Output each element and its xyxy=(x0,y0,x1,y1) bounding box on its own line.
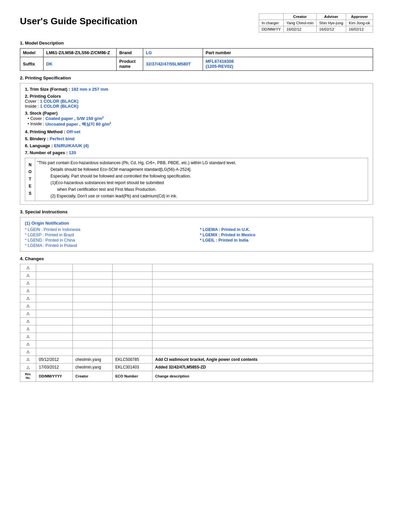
warning-icon: △ xyxy=(27,365,30,370)
date-cell xyxy=(36,279,73,287)
changes-footer-row: Rev.No. DD/MM/YYYY Creator ECO Number Ch… xyxy=(20,371,373,381)
inside-color-label: Inside : xyxy=(25,104,39,109)
page-title: User's Guide Specification xyxy=(20,13,252,27)
warning-icon: ⚠ xyxy=(26,350,30,354)
table-row: ⚠ xyxy=(20,340,373,348)
warning-icon: ⚠ xyxy=(26,327,30,331)
desc-cell xyxy=(152,287,373,294)
brand-label: Brand xyxy=(117,49,143,57)
desc-cell xyxy=(152,310,373,317)
brand-value: LG xyxy=(143,49,203,57)
creator-cell xyxy=(73,310,113,317)
creator-cell xyxy=(73,317,113,325)
creator-cell xyxy=(73,333,113,340)
desc-cell xyxy=(152,294,373,302)
section-printing-spec: 2. Printing Specification xyxy=(20,75,373,80)
warning-icon: ⚠ xyxy=(26,304,30,308)
date-footer: DD/MM/YYYY xyxy=(36,371,73,381)
eco-cell xyxy=(113,264,152,271)
printing-colors-item: 2. Printing Colors Cover : 1 COLOR (BLAC… xyxy=(25,94,368,109)
language-item: 6. Language : EN/RU/KA/UK (4) xyxy=(25,143,368,148)
part-number-value: MFL67416308 (1205-REV02) xyxy=(203,57,373,71)
printing-spec-box: 1. Trim Size (Format) : 182 mm x 257 mm … xyxy=(20,83,373,205)
warning-icon: ⚠ xyxy=(26,311,30,316)
desc-cell xyxy=(152,340,373,348)
trim-size-label: 1. Trim Size (Format) : xyxy=(25,87,70,92)
table-row: ⚠ xyxy=(20,287,373,294)
printing-method-item: 4. Printing Method : Off-set xyxy=(25,129,368,134)
eco-cell xyxy=(113,325,152,333)
eco-footer: ECO Number xyxy=(113,371,152,381)
stock-label: 3. Stock (Paper) xyxy=(25,111,368,116)
table-row: ⚠ 05/12/2012 cheolmin.yang EKLC500785 Ad… xyxy=(20,356,373,363)
creator-cell xyxy=(73,271,113,279)
bindery-label: 5. Bindery : xyxy=(25,136,49,141)
warning-cell: ⚠ xyxy=(20,340,36,348)
table-row: ⚠ xyxy=(20,348,373,356)
trim-size-value: 182 mm x 257 mm xyxy=(71,87,108,92)
warning-cell: ⚠ xyxy=(20,279,36,287)
approval-creator-name: Yang Cheol-min xyxy=(284,20,317,26)
bullet-inside: • xyxy=(28,122,30,127)
date-cell xyxy=(36,287,73,294)
section-special-instructions: 3. Special Instructions xyxy=(20,209,373,214)
desc-cell xyxy=(152,325,373,333)
inside-stock-line: • Inside : Uncoated paper , 백상지 60 g/m2 xyxy=(28,121,368,127)
origins-grid: * LGEIN : Printed in Indonesia * LGEWA :… xyxy=(25,227,368,248)
date-cell xyxy=(36,348,73,356)
eco-cell xyxy=(113,302,152,310)
origin-notification-title: (1) Origin Notification xyxy=(25,221,368,226)
bindery-item: 5. Bindery : Perfect bind xyxy=(25,136,368,141)
printing-colors-label: 2. Printing Colors xyxy=(25,94,368,99)
notes-line6: (2) Especially, Don't use or contain lea… xyxy=(37,193,366,199)
origin-lgewa: * LGEWA : Printed in U.K. xyxy=(200,227,368,232)
warning-cell: ⚠ xyxy=(20,264,36,271)
creator-cell: cheolmin.yang xyxy=(73,363,113,371)
approval-empty-header xyxy=(259,14,284,20)
section-model-description: 1. Model Description xyxy=(20,41,373,46)
warning-icon-cell: △ xyxy=(20,363,36,371)
date-cell xyxy=(36,317,73,325)
creator-cell xyxy=(73,348,113,356)
desc-footer: Change description xyxy=(152,371,373,381)
table-row: ⚠ xyxy=(20,264,373,271)
cover-color-value: 1 COLOR (BLACK) xyxy=(40,99,79,104)
eco-cell xyxy=(113,287,152,294)
warning-icon: ⚠ xyxy=(26,357,30,362)
origin-lgend: * LGEND : Printed in China xyxy=(25,238,193,243)
date-cell xyxy=(36,333,73,340)
date-cell xyxy=(36,340,73,348)
approval-approver-header: Approver xyxy=(346,14,373,20)
rev-no-footer: Rev.No. xyxy=(20,371,36,381)
eco-cell xyxy=(113,348,152,356)
creator-footer: Creator xyxy=(73,371,113,381)
cover-stock-line: • Cover : Coated paper , S/W 150 g/m2 xyxy=(28,116,368,121)
approval-creator-header: Creator xyxy=(284,14,317,20)
desc-cell: Added 32/42/47LM585S-ZD xyxy=(152,363,373,371)
origin-empty xyxy=(200,243,368,248)
date-cell xyxy=(36,294,73,302)
suffix-label: Suffix xyxy=(20,57,44,71)
notes-line1: "This part contain Eco-hazardous substan… xyxy=(37,160,366,166)
header: User's Guide Specification Creator Advis… xyxy=(20,13,373,33)
creator-cell xyxy=(73,279,113,287)
trim-size-item: 1. Trim Size (Format) : 182 mm x 257 mm xyxy=(25,87,368,92)
notes-line5: when Part certification test and First M… xyxy=(37,186,366,193)
eco-cell xyxy=(113,271,152,279)
product-name-label: Product name xyxy=(117,57,143,71)
warning-icon: ⚠ xyxy=(26,342,30,347)
eco-cell xyxy=(113,340,152,348)
warning-cell: ⚠ xyxy=(20,356,36,363)
desc-cell: Add CI wallmount bracket, Angle power co… xyxy=(152,356,373,363)
approval-approver-date: 16/02/12 xyxy=(346,26,373,33)
changes-table: ⚠ ⚠ ⚠ ⚠ ⚠ xyxy=(20,264,373,382)
product-name-value: 32/37/42/47/55LM580T xyxy=(143,57,203,71)
warning-icon: ⚠ xyxy=(26,319,30,324)
eco-cell: EKLC500785 xyxy=(113,356,152,363)
cover-stock-value: Coated paper , S/W 150 g/m2 xyxy=(46,116,104,121)
notes-label: NOTES xyxy=(25,158,35,201)
special-instructions-box: (1) Origin Notification * LGEIN : Printe… xyxy=(20,217,373,252)
printing-method-value: Off-set xyxy=(66,129,80,134)
date-cell xyxy=(36,310,73,317)
date-cell xyxy=(36,302,73,310)
